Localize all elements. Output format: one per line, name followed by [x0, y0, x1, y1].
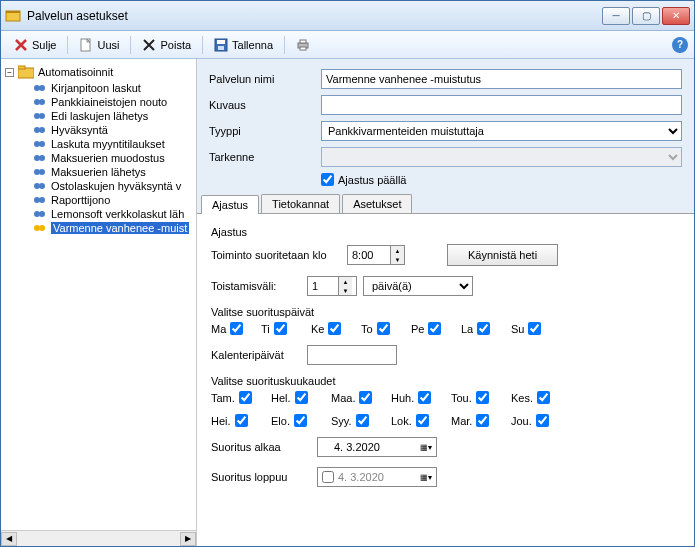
month-label: Mar.: [451, 415, 472, 427]
gear-icon: [33, 124, 47, 136]
day-checkbox[interactable]: [428, 322, 441, 335]
calendar-days-label: Kalenteripäivät: [211, 349, 301, 361]
gear-icon: [33, 222, 47, 234]
tab-settings[interactable]: Asetukset: [342, 194, 412, 213]
month-checkbox[interactable]: [239, 391, 252, 404]
tree-item[interactable]: Maksuerien muodostus: [5, 151, 196, 165]
month-checkbox[interactable]: [416, 414, 429, 427]
desc-input[interactable]: [321, 95, 682, 115]
tree-item-label: Laskuta myyntitilaukset: [51, 138, 165, 150]
day-item: Ke: [311, 322, 355, 335]
svg-point-32: [39, 225, 45, 231]
scroll-left[interactable]: ◀: [1, 532, 17, 546]
end-date-enable-checkbox[interactable]: [322, 471, 334, 483]
spin-up[interactable]: ▲: [339, 277, 352, 286]
close-button[interactable]: Sulje: [7, 35, 63, 55]
timer-on-checkbox[interactable]: [321, 173, 334, 186]
tree-root[interactable]: − Automatisoinnit: [5, 63, 196, 81]
svg-rect-5: [218, 46, 224, 50]
spin-down[interactable]: ▼: [339, 286, 352, 295]
repeat-unit-select[interactable]: päivä(ä): [363, 276, 473, 296]
tree-item[interactable]: Raporttijono: [5, 193, 196, 207]
run-now-button[interactable]: Käynnistä heti: [447, 244, 558, 266]
minimize-button[interactable]: ─: [602, 7, 630, 25]
print-button[interactable]: [289, 35, 317, 55]
tree-scrollbar[interactable]: ◀ ▶: [1, 530, 196, 546]
day-checkbox[interactable]: [377, 322, 390, 335]
month-checkbox[interactable]: [476, 391, 489, 404]
desc-label: Kuvaus: [209, 99, 321, 111]
repeat-input[interactable]: [308, 277, 338, 295]
month-checkbox[interactable]: [536, 414, 549, 427]
tree-item-label: Kirjanpitoon laskut: [51, 82, 141, 94]
schedule-group-title: Ajastus: [211, 226, 680, 238]
spin-down[interactable]: ▼: [391, 255, 404, 264]
tabstrip: Ajastus Tietokannat Asetukset: [197, 192, 694, 214]
collapse-icon[interactable]: −: [5, 68, 14, 77]
day-label: Pe: [411, 323, 424, 335]
tab-databases[interactable]: Tietokannat: [261, 194, 340, 213]
repeat-spinner[interactable]: ▲▼: [307, 276, 357, 296]
month-checkbox[interactable]: [418, 391, 431, 404]
end-date-picker[interactable]: 4. 3.2020 ▦▾: [317, 467, 437, 487]
month-label: Tam.: [211, 392, 235, 404]
type-select[interactable]: Pankkivarmenteiden muistuttaja: [321, 121, 682, 141]
scroll-right[interactable]: ▶: [180, 532, 196, 546]
gear-icon: [33, 166, 47, 178]
month-checkbox[interactable]: [476, 414, 489, 427]
run-at-spinner[interactable]: ▲▼: [347, 245, 405, 265]
tab-content: Ajastus Toiminto suoritetaan klo ▲▼ Käyn…: [197, 214, 694, 546]
day-checkbox[interactable]: [328, 322, 341, 335]
tree-item[interactable]: Kirjanpitoon laskut: [5, 81, 196, 95]
day-checkbox[interactable]: [477, 322, 490, 335]
calendar-days-input[interactable]: [307, 345, 397, 365]
tree-item[interactable]: Ostolaskujen hyväksyntä v: [5, 179, 196, 193]
svg-point-22: [39, 155, 45, 161]
calendar-icon[interactable]: ▦▾: [420, 443, 432, 452]
window-title: Palvelun asetukset: [27, 9, 602, 23]
month-label: Tou.: [451, 392, 472, 404]
tree-item-label: Varmenne vanhenee -muist: [51, 222, 189, 234]
month-checkbox[interactable]: [359, 391, 372, 404]
gear-icon: [33, 180, 47, 192]
month-checkbox[interactable]: [537, 391, 550, 404]
save-button[interactable]: Tallenna: [207, 35, 280, 55]
svg-point-12: [39, 85, 45, 91]
delete-button[interactable]: Poista: [135, 35, 198, 55]
tree-item[interactable]: Lemonsoft verkkolaskut läh: [5, 207, 196, 221]
day-checkbox[interactable]: [230, 322, 243, 335]
tree-item[interactable]: Varmenne vanhenee -muist: [5, 221, 196, 235]
month-checkbox[interactable]: [295, 391, 308, 404]
month-checkbox[interactable]: [294, 414, 307, 427]
day-checkbox[interactable]: [274, 322, 287, 335]
maximize-button[interactable]: ▢: [632, 7, 660, 25]
spin-up[interactable]: ▲: [391, 246, 404, 255]
close-window-button[interactable]: ✕: [662, 7, 690, 25]
month-label: Maa.: [331, 392, 355, 404]
svg-point-18: [39, 127, 45, 133]
tree-item[interactable]: Pankkiaineistojen nouto: [5, 95, 196, 109]
tree-panel: − Automatisoinnit Kirjanpitoon laskutPan…: [1, 59, 197, 546]
tree-item[interactable]: Laskuta myyntitilaukset: [5, 137, 196, 151]
help-button[interactable]: ?: [672, 37, 688, 53]
tree-item[interactable]: Hyväksyntä: [5, 123, 196, 137]
tab-schedule[interactable]: Ajastus: [201, 195, 259, 214]
gear-icon: [33, 138, 47, 150]
tree-item[interactable]: Maksuerien lähetys: [5, 165, 196, 179]
month-item: Huh.: [391, 391, 445, 404]
day-checkbox[interactable]: [528, 322, 541, 335]
name-input[interactable]: [321, 69, 682, 89]
month-item: Hei.: [211, 414, 265, 427]
svg-point-24: [39, 169, 45, 175]
start-date-picker[interactable]: 4. 3.2020 ▦▾: [317, 437, 437, 457]
gear-icon: [33, 208, 47, 220]
tree-item[interactable]: Edi laskujen lähetys: [5, 109, 196, 123]
type-label: Tyyppi: [209, 125, 321, 137]
name-label: Palvelun nimi: [209, 73, 321, 85]
calendar-icon[interactable]: ▦▾: [420, 473, 432, 482]
day-item: Pe: [411, 322, 455, 335]
month-checkbox[interactable]: [235, 414, 248, 427]
run-at-input[interactable]: [348, 246, 390, 264]
month-checkbox[interactable]: [356, 414, 369, 427]
new-button[interactable]: Uusi: [72, 35, 126, 55]
